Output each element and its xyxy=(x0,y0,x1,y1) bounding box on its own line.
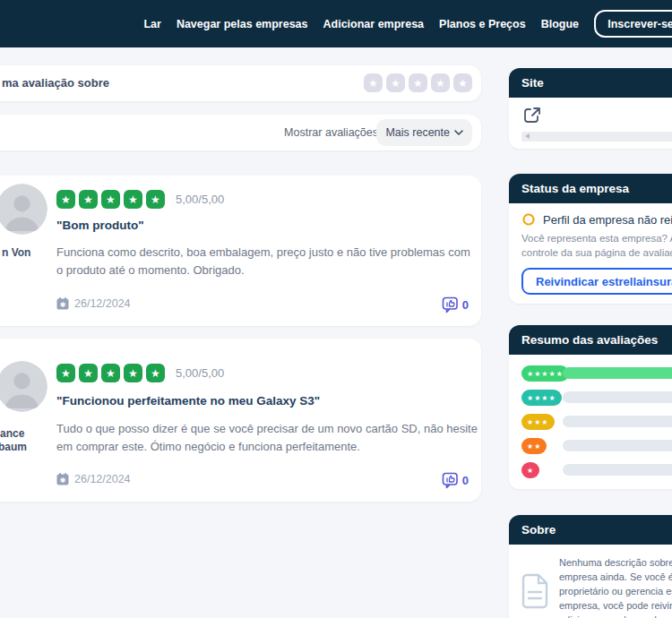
reviewer-name: ance xyxy=(0,427,24,440)
rating-summary-header: Resumo das avaliações xyxy=(509,325,672,355)
review-date: ✱ 26/12/2024 xyxy=(56,473,131,485)
site-card: Site xyxy=(509,68,672,149)
star-icon[interactable]: ★ xyxy=(386,73,405,92)
top-navbar: Lar Navegar pelas empresas Adicionar emp… xyxy=(0,0,672,47)
like-button[interactable]: 0 xyxy=(442,296,469,313)
star-icon: ★ xyxy=(79,190,98,209)
rating-bar xyxy=(563,391,672,403)
scroll-left-arrow-icon[interactable] xyxy=(525,133,530,139)
nav-links: Lar Navegar pelas empresas Adicionar emp… xyxy=(143,0,579,47)
review-card: n Von ★ ★ ★ ★ ★ 5,00/5,00 "Bom produto" … xyxy=(0,176,481,326)
star-pill: ★★★ xyxy=(521,414,555,430)
star-pill: ★★ xyxy=(521,438,547,454)
review-title: "Funcionou perfeitamente no meu Galaxy S… xyxy=(56,394,320,408)
star-icon[interactable]: ★ xyxy=(431,73,450,92)
review-card: ance baum ★ ★ ★ ★ ★ 5,00/5,00 "Funcionou… xyxy=(0,339,481,502)
star-icon: ★ xyxy=(146,364,165,382)
rating-summary-card: Resumo das avaliações ★★★★★ ★★★★ ★★★ ★★ … xyxy=(509,325,672,489)
star-pill: ★★★★★ xyxy=(521,365,569,382)
star-icon: ★ xyxy=(56,364,75,382)
write-review-star-input[interactable]: ★ ★ ★ ★ ★ xyxy=(364,73,472,92)
about-description-line: empresa ainda. Se você é o xyxy=(559,570,672,584)
rating-row-5-star: ★★★★★ xyxy=(521,365,672,382)
rating-bar xyxy=(563,464,672,476)
company-status-header: Status da empresa xyxy=(509,174,672,203)
horizontal-scrollbar[interactable] xyxy=(521,132,672,142)
status-description-line: controle da sua página de avaliações e xyxy=(521,245,672,260)
nav-link-home[interactable]: Lar xyxy=(143,18,160,30)
star-icon[interactable]: ★ xyxy=(409,73,427,92)
rating-bar xyxy=(563,440,672,451)
person-icon xyxy=(0,184,47,235)
sort-bar: Mostrar avaliações Mais recente xyxy=(0,115,481,150)
sort-label: Mostrar avaliações xyxy=(284,115,378,150)
star-icon: ★ xyxy=(101,190,120,209)
like-count: 0 xyxy=(462,474,469,487)
review-body: Tudo o que posso dizer é que se você pre… xyxy=(56,420,478,456)
avatar xyxy=(0,184,47,235)
star-pill: ★ xyxy=(521,462,539,478)
svg-text:✱: ✱ xyxy=(60,476,66,485)
like-count: 0 xyxy=(462,298,469,312)
write-review-prompt: ma avaliação sobre xyxy=(2,65,109,101)
unclaimed-badge-icon xyxy=(521,212,536,227)
nav-link-add-company[interactable]: Adicionar empresa xyxy=(323,18,425,30)
svg-text:✱: ✱ xyxy=(60,301,66,309)
review-rating: ★ ★ ★ ★ ★ 5,00/5,00 xyxy=(56,190,224,209)
rating-score: 5,00/5,00 xyxy=(176,366,224,380)
star-icon: ★ xyxy=(56,190,75,209)
document-icon xyxy=(521,573,548,609)
about-header: Sobre xyxy=(509,515,672,545)
review-body: Funciona como descrito, boa embalagem, p… xyxy=(56,244,478,279)
about-description-line: Nenhuma descrição sobre a xyxy=(559,555,672,570)
star-icon: ★ xyxy=(79,364,98,382)
review-date-text: 26/12/2024 xyxy=(74,473,131,485)
company-status-card: Status da empresa Perfil da empresa não … xyxy=(509,174,672,304)
sort-dropdown[interactable]: Mais recente xyxy=(376,119,472,146)
review-date-text: 26/12/2024 xyxy=(74,297,131,310)
about-card: Sobre Nenhuma descrição sobre a empresa … xyxy=(509,515,672,618)
status-description: Você representa esta empresa? Assuma o c… xyxy=(521,231,672,260)
nav-link-browse-companies[interactable]: Navegar pelas empresas xyxy=(177,18,308,30)
rating-row-1-star: ★ xyxy=(521,462,672,478)
star-icon[interactable]: ★ xyxy=(364,73,383,92)
signup-button[interactable]: Inscrever-se xyxy=(594,10,672,38)
calendar-icon: ✱ xyxy=(56,297,69,310)
rating-score: 5,00/5,00 xyxy=(176,193,224,206)
about-description-line: proprietário ou gerencia esta xyxy=(559,584,672,598)
person-icon xyxy=(0,361,47,412)
external-link-icon[interactable] xyxy=(521,105,543,126)
star-pill: ★★★★ xyxy=(521,390,562,406)
star-icon: ★ xyxy=(124,364,142,382)
nav-link-plans-pricing[interactable]: Planos e Preços xyxy=(439,18,526,30)
rating-row-4-star: ★★★★ xyxy=(521,390,672,406)
rating-bar xyxy=(563,367,672,379)
thumbs-up-bubble-icon xyxy=(442,296,460,313)
star-icon: ★ xyxy=(124,190,142,209)
calendar-icon: ✱ xyxy=(56,473,69,485)
review-date: ✱ 26/12/2024 xyxy=(56,297,131,310)
page: Lar Navegar pelas empresas Adicionar emp… xyxy=(0,0,672,618)
site-card-header: Site xyxy=(509,68,672,98)
reviewer-name: n Von xyxy=(2,246,30,259)
about-description-line: adicionar uma breve descrição xyxy=(559,613,672,618)
thumbs-up-bubble-icon xyxy=(442,472,460,489)
reviewer-name: baum xyxy=(0,441,27,453)
like-button[interactable]: 0 xyxy=(442,472,469,489)
nav-link-blog[interactable]: Blogue xyxy=(541,18,579,30)
star-icon: ★ xyxy=(146,190,165,209)
rating-bar xyxy=(563,416,672,427)
rating-row-2-star: ★★ xyxy=(521,438,672,454)
sort-selected-value: Mais recente xyxy=(385,126,450,139)
star-icon[interactable]: ★ xyxy=(453,73,472,92)
rating-row-3-star: ★★★ xyxy=(521,414,672,430)
review-title: "Bom produto" xyxy=(56,219,144,232)
write-review-card: ma avaliação sobre ★ ★ ★ ★ ★ xyxy=(0,65,481,101)
about-description: Nenhuma descrição sobre a empresa ainda.… xyxy=(559,555,672,618)
status-badge-text: Perfil da empresa não reivindicado xyxy=(543,213,672,227)
star-icon: ★ xyxy=(101,364,120,382)
chevron-down-icon xyxy=(454,130,463,135)
review-rating: ★ ★ ★ ★ ★ 5,00/5,00 xyxy=(56,364,224,382)
avatar xyxy=(0,361,47,412)
claim-company-button[interactable]: Reivindicar estrellainsurance.com xyxy=(521,268,672,295)
